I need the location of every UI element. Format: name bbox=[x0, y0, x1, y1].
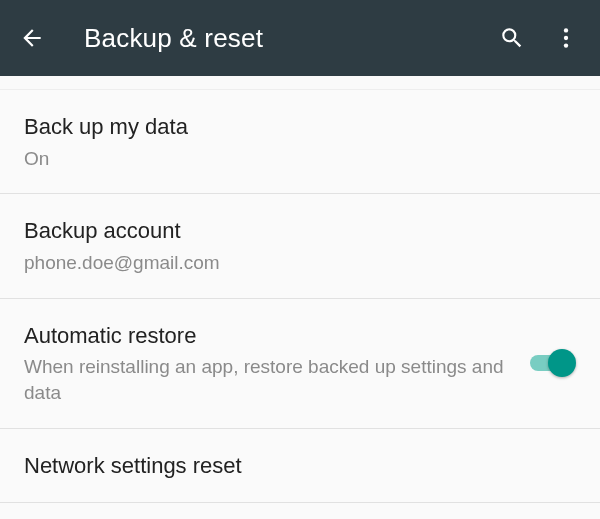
item-title: Back up my data bbox=[24, 112, 576, 142]
item-title: Network settings reset bbox=[24, 451, 576, 481]
arrow-back-icon bbox=[19, 25, 45, 51]
overflow-menu-button[interactable] bbox=[550, 22, 582, 54]
item-text: Backup account phone.doe@gmail.com bbox=[24, 216, 576, 275]
switch-thumb bbox=[548, 349, 576, 377]
item-text: Network settings reset bbox=[24, 451, 576, 481]
svg-point-1 bbox=[564, 36, 568, 40]
network-settings-reset-item[interactable]: Network settings reset bbox=[0, 429, 600, 504]
svg-point-0 bbox=[564, 28, 568, 32]
item-subtitle: phone.doe@gmail.com bbox=[24, 250, 576, 276]
item-subtitle: On bbox=[24, 146, 576, 172]
automatic-restore-item[interactable]: Automatic restore When reinstalling an a… bbox=[0, 299, 600, 429]
appbar: Backup & reset bbox=[0, 0, 600, 76]
search-button[interactable] bbox=[496, 22, 528, 54]
backup-account-item[interactable]: Backup account phone.doe@gmail.com bbox=[0, 194, 600, 298]
item-text: Back up my data On bbox=[24, 112, 576, 171]
item-text: Automatic restore When reinstalling an a… bbox=[24, 321, 510, 406]
search-icon bbox=[499, 25, 525, 51]
settings-list: Back up my data On Backup account phone.… bbox=[0, 90, 600, 503]
item-title: Backup account bbox=[24, 216, 576, 246]
top-spacer bbox=[0, 76, 600, 90]
more-vert-icon bbox=[553, 25, 579, 51]
backup-my-data-item[interactable]: Back up my data On bbox=[0, 90, 600, 194]
item-title: Automatic restore bbox=[24, 321, 510, 351]
item-subtitle: When reinstalling an app, restore backed… bbox=[24, 354, 510, 405]
page-title: Backup & reset bbox=[84, 23, 496, 54]
svg-point-2 bbox=[564, 43, 568, 47]
automatic-restore-switch[interactable] bbox=[530, 349, 576, 377]
back-button[interactable] bbox=[18, 24, 46, 52]
